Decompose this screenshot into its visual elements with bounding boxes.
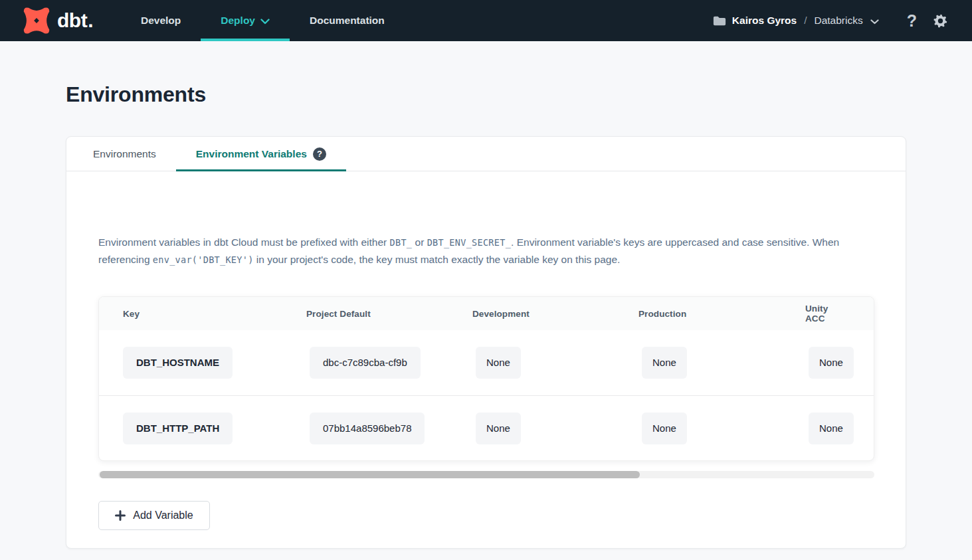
tab-label: Environments [93, 148, 156, 160]
column-header-production: Production [638, 309, 805, 319]
table-row: DBT_HTTP_PATH 07bb14a8596beb78 None None… [99, 395, 874, 460]
gear-icon[interactable] [933, 13, 948, 29]
tab-content: Environment variables in dbt Cloud must … [66, 171, 906, 530]
nav-item-documentation[interactable]: Documentation [290, 0, 405, 41]
column-header-key: Key [123, 309, 306, 319]
code-env-var-example: env_var('DBT_KEY') [153, 254, 254, 265]
breadcrumb-separator: / [803, 15, 808, 27]
help-icon[interactable]: ? [907, 13, 917, 29]
env-var-description: Environment variables in dbt Cloud must … [98, 234, 874, 268]
table-row: DBT_HOSTNAME dbc-c7c89cba-cf9b None None… [99, 330, 874, 395]
table-header-row: Key Project Default Development Producti… [99, 297, 874, 330]
primary-nav: Develop Deploy Documentation [121, 0, 405, 41]
account-switcher[interactable]: Kairos Gyros / Databricks [713, 15, 879, 27]
brand-wordmark: dbt. [57, 11, 93, 31]
plus-icon [115, 510, 126, 521]
production-value-cell[interactable]: None [642, 413, 687, 444]
dbt-logo[interactable]: dbt. [0, 6, 93, 35]
add-variable-button[interactable]: Add Variable [98, 501, 210, 530]
add-variable-label: Add Variable [133, 510, 193, 521]
folder-icon [713, 15, 726, 27]
environment-variables-table: Key Project Default Development Producti… [98, 296, 874, 461]
horizontal-scrollbar-track[interactable] [98, 471, 874, 478]
project-name: Kairos Gyros [732, 15, 797, 27]
top-navigation: dbt. Develop Deploy Documentation Kairos… [0, 0, 972, 41]
nav-item-label: Documentation [310, 15, 385, 27]
development-value-cell[interactable]: None [476, 347, 521, 379]
project-default-cell[interactable]: 07bb14a8596beb78 [310, 413, 425, 444]
page-body: Environments Environments Environment Va… [0, 82, 972, 549]
chevron-down-icon [870, 19, 879, 25]
page-title: Environments [66, 82, 972, 107]
tab-environment-variables[interactable]: Environment Variables ? [176, 137, 346, 171]
tab-bar: Environments Environment Variables ? [66, 137, 906, 171]
unity-acc-value-cell[interactable]: None [809, 347, 854, 379]
column-header-development: Development [472, 309, 638, 319]
development-value-cell[interactable]: None [476, 413, 521, 444]
column-header-project-default: Project Default [306, 309, 472, 319]
dbt-logo-icon [21, 6, 52, 35]
tab-environments[interactable]: Environments [73, 137, 176, 171]
nav-item-label: Deploy [221, 15, 255, 27]
environments-card: Environments Environment Variables ? Env… [66, 136, 906, 549]
deployment-name: Databricks [815, 15, 863, 27]
code-dbt-env-secret-prefix: DBT_ENV_SECRET_ [427, 237, 511, 248]
nav-item-develop[interactable]: Develop [121, 0, 201, 41]
nav-item-deploy[interactable]: Deploy [201, 0, 290, 41]
active-nav-underline [201, 39, 290, 41]
horizontal-scrollbar-thumb[interactable] [100, 471, 640, 478]
production-value-cell[interactable]: None [642, 347, 687, 379]
unity-acc-value-cell[interactable]: None [809, 413, 854, 444]
nav-item-label: Develop [141, 15, 181, 27]
project-default-cell[interactable]: dbc-c7c89cba-cf9b [310, 347, 421, 379]
code-dbt-prefix: DBT_ [390, 237, 413, 248]
variable-key-cell[interactable]: DBT_HTTP_PATH [123, 413, 233, 444]
topnav-right: Kairos Gyros / Databricks ? [713, 13, 972, 29]
column-header-unity-acc: Unity ACC [805, 304, 850, 324]
tab-label: Environment Variables [196, 148, 307, 160]
variable-key-cell[interactable]: DBT_HOSTNAME [123, 347, 233, 379]
chevron-down-icon [260, 19, 270, 25]
help-circle-icon[interactable]: ? [313, 147, 326, 161]
